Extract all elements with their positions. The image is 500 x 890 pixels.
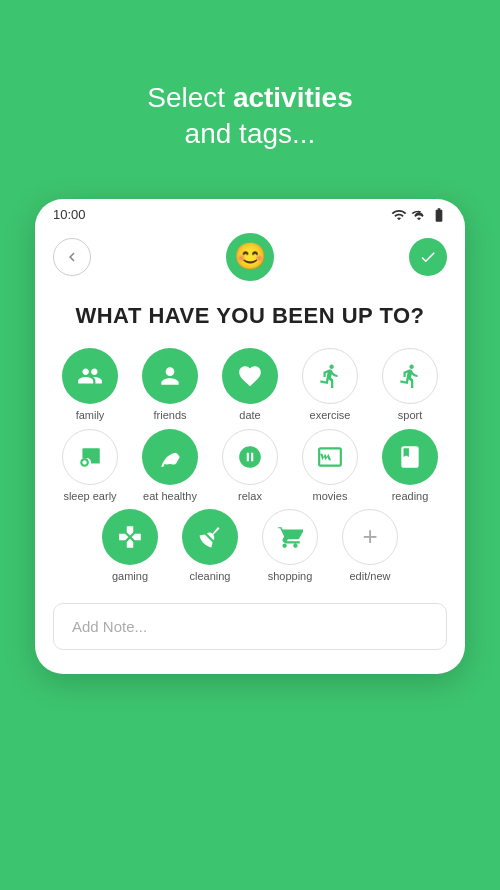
check-icon — [419, 248, 437, 266]
activity-circle-friends — [142, 348, 198, 404]
header-select: Select — [147, 82, 233, 113]
activity-item-date[interactable]: date — [215, 348, 285, 422]
activity-label-edit-new: edit/new — [350, 570, 391, 583]
activity-item-exercise[interactable]: exercise — [295, 348, 365, 422]
activity-label-shopping: shopping — [268, 570, 313, 583]
activity-circle-edit-new: + — [342, 509, 398, 565]
activity-item-gaming[interactable]: gaming — [95, 509, 165, 583]
question-text: WHAT HAVE YOU BEEN UP TO? — [35, 291, 465, 349]
chevron-left-icon — [63, 248, 81, 266]
activity-circle-cleaning — [182, 509, 238, 565]
activity-label-eat-healthy: eat healthy — [143, 490, 197, 503]
activity-circle-relax — [222, 429, 278, 485]
activity-circle-reading — [382, 429, 438, 485]
header-section: Select activities and tags... — [107, 0, 392, 199]
activity-circle-exercise — [302, 348, 358, 404]
activity-item-cleaning[interactable]: cleaning — [175, 509, 245, 583]
activity-circle-shopping — [262, 509, 318, 565]
confirm-button[interactable] — [409, 238, 447, 276]
activity-label-reading: reading — [392, 490, 429, 503]
wifi-icon — [391, 207, 407, 223]
activity-label-movies: movies — [313, 490, 348, 503]
activity-circle-date — [222, 348, 278, 404]
emoji-symbol: 😊 — [234, 241, 266, 272]
phone-card: 10:00 😊 WHAT HAVE YOU BEEN UP TO? family… — [35, 199, 465, 674]
activity-label-friends: friends — [153, 409, 186, 422]
activity-label-sport: sport — [398, 409, 422, 422]
back-button[interactable] — [53, 238, 91, 276]
activity-item-edit-new[interactable]: +edit/new — [335, 509, 405, 583]
top-bar: 😊 — [35, 227, 465, 291]
plus-icon: + — [362, 521, 377, 552]
mood-emoji[interactable]: 😊 — [226, 233, 274, 281]
activity-item-movies[interactable]: movies — [295, 429, 365, 503]
header-bold: activities — [233, 82, 353, 113]
header-tags: and tags... — [185, 118, 316, 149]
activity-label-family: family — [76, 409, 105, 422]
activity-circle-gaming — [102, 509, 158, 565]
activity-label-exercise: exercise — [310, 409, 351, 422]
activities-grid: familyfriendsdateexercisesportsleep earl… — [35, 348, 465, 593]
battery-icon — [431, 207, 447, 223]
note-placeholder[interactable]: Add Note... — [53, 603, 447, 650]
status-bar: 10:00 — [35, 199, 465, 227]
activity-item-shopping[interactable]: shopping — [255, 509, 325, 583]
activity-label-cleaning: cleaning — [190, 570, 231, 583]
activity-circle-family — [62, 348, 118, 404]
activity-label-date: date — [239, 409, 260, 422]
activity-circle-sport — [382, 348, 438, 404]
status-time: 10:00 — [53, 207, 86, 222]
activity-circle-sleep-early — [62, 429, 118, 485]
activity-circle-movies — [302, 429, 358, 485]
status-icons — [391, 207, 447, 223]
activity-item-sport[interactable]: sport — [375, 348, 445, 422]
signal-icon — [411, 207, 427, 223]
activity-item-relax[interactable]: relax — [215, 429, 285, 503]
activity-item-eat-healthy[interactable]: eat healthy — [135, 429, 205, 503]
activity-item-friends[interactable]: friends — [135, 348, 205, 422]
activity-item-sleep-early[interactable]: sleep early — [55, 429, 125, 503]
activity-circle-eat-healthy — [142, 429, 198, 485]
activity-label-sleep-early: sleep early — [63, 490, 116, 503]
activity-item-reading[interactable]: reading — [375, 429, 445, 503]
activity-label-relax: relax — [238, 490, 262, 503]
header-text: Select activities and tags... — [127, 40, 372, 177]
activity-item-family[interactable]: family — [55, 348, 125, 422]
activity-label-gaming: gaming — [112, 570, 148, 583]
